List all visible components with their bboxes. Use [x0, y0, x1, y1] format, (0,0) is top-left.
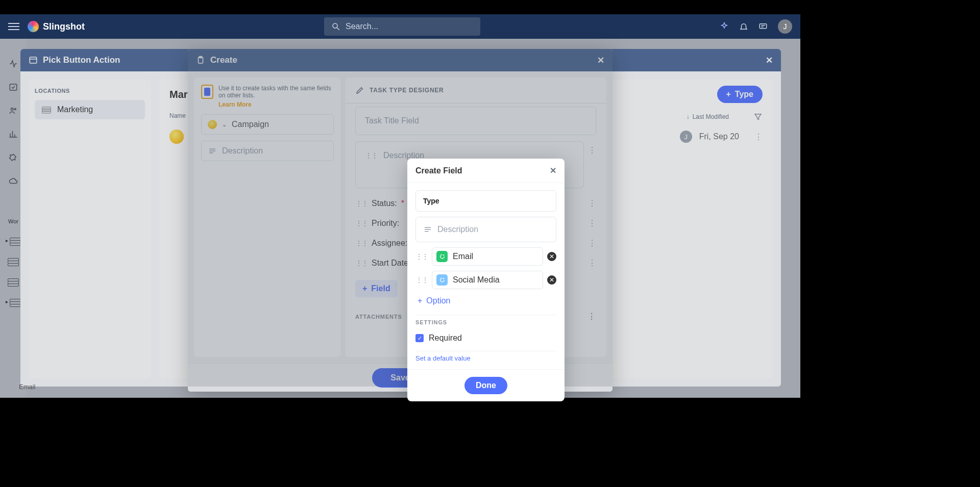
task-title-field[interactable]: Task Title Field — [355, 107, 596, 135]
option-label: Email — [453, 252, 473, 261]
text-icon — [208, 146, 217, 156]
col-name: Name — [169, 112, 186, 121]
checkbox-icon: ✓ — [415, 334, 424, 342]
add-option-button[interactable]: Option — [415, 294, 556, 307]
close-icon[interactable] — [766, 55, 773, 66]
option-input[interactable]: Social Media — [432, 271, 543, 289]
color-swatch-icon[interactable] — [436, 251, 448, 262]
drag-handle-icon[interactable] — [355, 259, 368, 268]
drag-handle-icon[interactable] — [365, 151, 377, 160]
field-more-icon[interactable] — [588, 141, 596, 155]
tip-icon — [201, 85, 213, 99]
drag-handle-icon[interactable] — [415, 275, 428, 285]
bell-icon[interactable] — [739, 22, 748, 31]
task-type-designer-label: TASK TYPE DESIGNER — [370, 87, 444, 94]
search-placeholder: Search... — [346, 22, 378, 31]
col-modified-header[interactable]: ↓ Last Modified — [687, 112, 729, 121]
window-icon — [29, 56, 38, 65]
task-type-name: Campaign — [232, 120, 269, 129]
add-field-button[interactable]: Field — [355, 280, 398, 297]
required-label: Required — [429, 334, 462, 343]
description-placeholder: Description — [222, 146, 263, 156]
drag-handle-icon[interactable] — [355, 239, 368, 248]
locations-panel: LOCATIONS Marketing — [29, 80, 151, 378]
add-field-label: Field — [371, 284, 390, 293]
chevron-down-icon: ⌄ — [222, 121, 227, 128]
attachments-label: ATTACHMENTS — [355, 314, 402, 320]
plus-icon — [362, 284, 367, 293]
create-modal-title: Create — [210, 55, 237, 65]
svg-rect-6 — [30, 57, 37, 63]
remove-option-icon[interactable]: ✕ — [547, 275, 556, 285]
menu-icon[interactable] — [8, 21, 19, 32]
type-button[interactable]: Type — [717, 86, 763, 103]
close-icon[interactable] — [597, 55, 604, 66]
brand-name: Slingshot — [43, 21, 85, 32]
field-more-icon[interactable] — [588, 238, 596, 248]
svg-point-0 — [333, 23, 337, 28]
type-button-label: Type — [735, 90, 753, 99]
drag-handle-icon[interactable] — [415, 252, 428, 261]
location-item-marketing[interactable]: Marketing — [35, 100, 145, 119]
row-date: Fri, Sep 20 — [699, 132, 739, 141]
plus-icon — [418, 296, 422, 305]
sort-icon: ↓ — [687, 113, 690, 120]
filter-icon[interactable] — [753, 112, 763, 121]
option-row: Email ✕ — [415, 247, 556, 266]
description-input[interactable]: Description — [201, 141, 334, 161]
settings-label: SETTINGS — [415, 315, 556, 325]
col-modified: Last Modified — [693, 113, 729, 120]
search-icon — [331, 22, 340, 31]
text-icon — [423, 225, 432, 234]
top-nav: Slingshot Search... J — [0, 14, 800, 39]
remove-option-icon[interactable]: ✕ — [547, 252, 556, 261]
email-field-label: Email — [19, 383, 36, 393]
pick-modal-title: Pick Button Action — [43, 55, 120, 65]
required-toggle[interactable]: ✓ Required — [415, 330, 556, 346]
drag-handle-icon[interactable] — [355, 199, 368, 208]
attachments-more-icon[interactable] — [587, 312, 596, 321]
field-name-value: Type — [423, 197, 439, 205]
create-field-title: Create Field — [415, 166, 462, 175]
field-more-icon[interactable] — [588, 198, 596, 208]
field-more-icon[interactable] — [588, 258, 596, 268]
campaign-bulb-icon — [169, 130, 184, 144]
search-input[interactable]: Search... — [324, 17, 480, 36]
chat-icon[interactable] — [758, 22, 768, 31]
option-row: Social Media ✕ — [415, 271, 556, 289]
learn-more-link[interactable]: Learn More — [218, 101, 334, 108]
brand: Slingshot — [28, 21, 85, 32]
option-label: Social Media — [453, 275, 500, 285]
set-default-value-link[interactable]: Set a default value — [415, 351, 556, 362]
drag-handle-icon[interactable] — [355, 219, 368, 228]
pencil-icon — [355, 86, 364, 95]
clipboard-icon — [196, 56, 205, 65]
field-description-input[interactable]: Description — [415, 217, 556, 242]
brand-logo-icon — [28, 21, 39, 32]
user-avatar[interactable]: J — [778, 19, 792, 34]
avatar: J — [680, 131, 692, 143]
tip-text: Use it to create tasks with the same fie… — [218, 85, 334, 108]
plus-icon — [726, 90, 731, 99]
location-item-label: Marketing — [57, 105, 93, 114]
svg-line-1 — [337, 28, 339, 30]
row-more-icon[interactable] — [754, 132, 763, 142]
ai-sparkle-icon[interactable] — [720, 22, 729, 31]
done-button[interactable]: Done — [464, 377, 507, 394]
field-desc-placeholder: Description — [437, 225, 478, 234]
field-name-input[interactable]: Type — [415, 190, 556, 212]
field-more-icon[interactable] — [588, 218, 596, 228]
bulb-icon — [208, 120, 217, 129]
create-field-popover: Create Field Type Description Email ✕ — [407, 159, 565, 401]
option-input[interactable]: Email — [432, 247, 543, 266]
task-type-selector[interactable]: ⌄ Campaign — [201, 114, 334, 135]
color-swatch-icon[interactable] — [436, 274, 448, 286]
svg-rect-2 — [760, 24, 767, 29]
locations-label: LOCATIONS — [35, 88, 145, 94]
close-icon[interactable] — [550, 166, 556, 175]
add-option-label: Option — [426, 296, 450, 305]
